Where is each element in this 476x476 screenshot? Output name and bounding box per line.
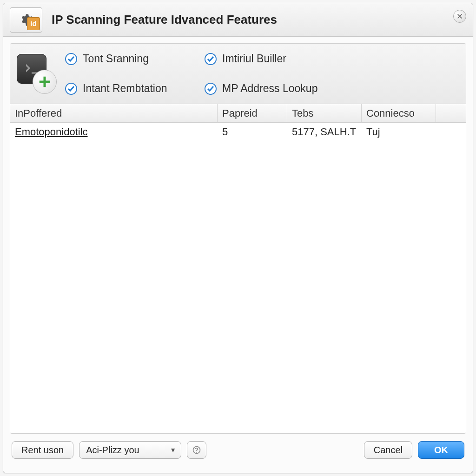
chevron-down-icon: ▼ [170,446,176,454]
checkbox-imtiriul-builler[interactable]: Imtiriul Builler [205,53,335,65]
row-name-link[interactable]: Emotoponidotilc [15,126,88,138]
column-header-inpoffered[interactable]: InPoffered [10,104,218,122]
table-header-row: InPoffered Papreid Tebs Conniecso [10,104,466,123]
column-header-tebs[interactable]: Tebs [287,104,362,122]
feature-checkbox-grid: Tont Sranning Imtiriul Builler Intant Re… [65,47,335,100]
checkbox-label: Tont Sranning [83,53,149,65]
title-icon: Id [10,7,42,33]
close-button[interactable] [453,10,466,23]
checkbox-label: MP Address Lookup [222,82,317,95]
column-header-papreid[interactable]: Papreid [218,104,287,122]
feature-icon [17,54,57,94]
checkmark-icon [65,83,77,95]
column-header-spacer [436,104,466,122]
select-value: Aci-Plizz you [86,445,139,456]
dialog-footer: Rent uson Aci-Plizz you ▼ Cancel OK [10,434,466,466]
row-papreid: 5 [218,123,287,141]
dialog-window: Id IP Scanning Feature Idvanced Features [3,3,473,473]
dialog-title: IP Scanning Feature Idvanced Features [52,13,277,27]
close-icon [456,13,463,20]
help-button[interactable] [187,441,206,459]
inner-panel: Tont Sranning Imtiriul Builler Intant Re… [10,43,466,434]
plus-icon [38,75,52,89]
checkmark-icon [205,53,217,65]
table-body: Emotoponidotilc 5 5177, SALH.T Tuj [10,123,466,433]
cancel-button[interactable]: Cancel [364,441,412,459]
titlebar: Id IP Scanning Feature Idvanced Features [3,3,473,37]
feature-header: Tont Sranning Imtiriul Builler Intant Re… [10,44,466,104]
checkbox-label: Imtiriul Builler [222,53,286,65]
dialog-content: Tont Sranning Imtiriul Builler Intant Re… [3,37,473,473]
checkmark-icon [65,53,77,65]
table-row[interactable]: Emotoponidotilc 5 5177, SALH.T Tuj [10,123,466,141]
results-table: InPoffered Papreid Tebs Conniecso Emotop… [10,104,466,433]
checkbox-intant-rembtation[interactable]: Intant Rembtation [65,82,195,95]
checkbox-label: Intant Rembtation [83,82,167,95]
ok-button[interactable]: OK [418,441,464,459]
row-conniecso: Tuj [362,123,436,141]
checkbox-mp-address-lookup[interactable]: MP Address Lookup [205,82,335,95]
id-badge-icon: Id [27,17,40,30]
checkmark-icon [205,83,217,95]
column-header-conniecso[interactable]: Conniecso [362,104,436,122]
help-icon [192,445,201,455]
row-tebs: 5177, SALH.T [287,123,362,141]
aci-plizz-select[interactable]: Aci-Plizz you ▼ [79,441,181,459]
checkbox-tont-sranning[interactable]: Tont Sranning [65,53,195,65]
rent-uson-button[interactable]: Rent uson [12,441,73,459]
